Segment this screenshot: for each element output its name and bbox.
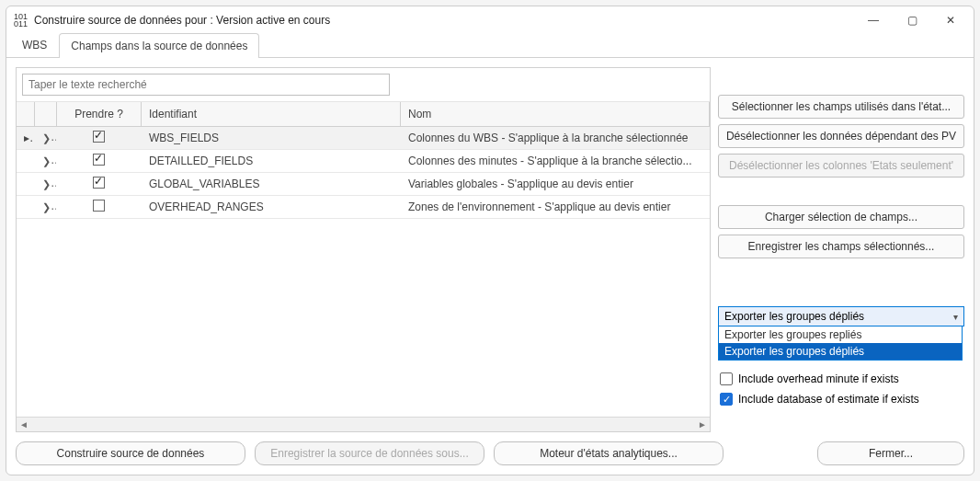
expand-toggle[interactable]: ❯ xyxy=(35,151,57,171)
table-row[interactable]: ❯ OVERHEAD_RANGES Zones de l'environneme… xyxy=(17,196,710,219)
chevron-right-icon: ❯ xyxy=(42,155,51,167)
save-selection-button[interactable]: Enregistrer les champs sélectionnés... xyxy=(718,235,964,258)
name-cell: Variables globales - S'applique au devis… xyxy=(401,174,710,194)
window-title: Construire source de données pour : Vers… xyxy=(34,14,863,27)
table-row[interactable]: ❯ GLOBAL_VARIABLES Variables globales - … xyxy=(17,173,710,196)
name-cell: Colonnes du WBS - S'applique à la branch… xyxy=(401,128,710,148)
checkbox-checked-icon: ✓ xyxy=(720,393,733,406)
app-window: 101011 Construire source de données pour… xyxy=(6,6,974,475)
name-cell: Zones de l'environnement - S'applique au… xyxy=(401,197,710,217)
dropdown-option[interactable]: Exporter les groupes dépliés xyxy=(719,343,962,360)
checkbox-icon xyxy=(93,154,105,166)
id-cell: OVERHEAD_RANGES xyxy=(142,197,401,217)
footer-bar: Construire source de données Enregistrer… xyxy=(6,436,974,475)
id-cell: GLOBAL_VARIABLES xyxy=(142,174,401,194)
horizontal-scrollbar[interactable]: ◄ ► xyxy=(17,417,710,431)
export-groups-dropdown: Exporter les groupes repliés Exporter le… xyxy=(718,326,963,361)
take-cell[interactable] xyxy=(57,150,142,172)
col-header-name[interactable]: Nom xyxy=(401,102,710,126)
deselect-pv-button[interactable]: Désélectionner les données dépendant des… xyxy=(718,124,964,148)
maximize-button[interactable]: ▢ xyxy=(902,12,922,29)
scroll-right-icon[interactable]: ► xyxy=(695,418,710,431)
content-area: Prendre ? Identifiant Nom ▸ ❯ WBS_FIELDS… xyxy=(6,58,974,436)
checkbox-icon xyxy=(720,372,733,385)
col-header-id[interactable]: Identifiant xyxy=(142,102,401,126)
row-indicator-icon xyxy=(17,203,35,211)
checkbox-icon xyxy=(93,131,105,143)
include-overhead-check[interactable]: Include overhead minute if exists xyxy=(718,372,964,385)
select-used-fields-button[interactable]: Sélectionner les champs utilisés dans l'… xyxy=(718,95,964,119)
take-cell[interactable] xyxy=(57,127,142,149)
export-groups-combo[interactable]: Exporter les groupes dépliés ▾ xyxy=(718,306,964,326)
row-indicator-icon: ▸ xyxy=(17,128,35,148)
row-indicator-icon xyxy=(17,180,35,188)
search-wrap xyxy=(17,68,710,102)
chevron-right-icon: ❯ xyxy=(42,201,51,213)
table-row[interactable]: ▸ ❯ WBS_FIELDS Colonnes du WBS - S'appli… xyxy=(17,127,710,150)
close-window-button[interactable]: ✕ xyxy=(940,12,961,29)
name-cell: Colonnes des minutes - S'applique à la b… xyxy=(401,151,710,171)
deselect-states-button[interactable]: Désélectionner les colonnes 'Etats seule… xyxy=(718,154,964,178)
chevron-right-icon: ❯ xyxy=(42,132,51,144)
take-cell[interactable] xyxy=(57,173,142,195)
col-expand-header xyxy=(35,102,57,126)
tab-wbs[interactable]: WBS xyxy=(10,32,59,57)
left-pane: Prendre ? Identifiant Nom ▸ ❯ WBS_FIELDS… xyxy=(16,67,711,432)
load-selection-button[interactable]: Charger sélection de champs... xyxy=(718,205,964,229)
id-cell: DETAILLED_FIELDS xyxy=(142,151,401,171)
grid-header: Prendre ? Identifiant Nom xyxy=(17,102,710,127)
scroll-left-icon[interactable]: ◄ xyxy=(17,418,31,431)
tab-bar: WBS Champs dans la source de données xyxy=(6,32,974,58)
right-pane: Sélectionner les champs utilisés dans l'… xyxy=(718,67,964,432)
checkbox-icon xyxy=(93,200,105,212)
tab-fields[interactable]: Champs dans la source de données xyxy=(59,33,259,58)
scroll-track[interactable] xyxy=(31,418,695,431)
save-source-as-button[interactable]: Enregistrer la source de données sous... xyxy=(255,441,484,465)
checkbox-icon xyxy=(93,177,105,189)
grid-body: ▸ ❯ WBS_FIELDS Colonnes du WBS - S'appli… xyxy=(17,127,710,417)
row-indicator-icon xyxy=(17,157,35,165)
minimize-button[interactable]: ― xyxy=(863,12,883,29)
table-row[interactable]: ❯ DETAILLED_FIELDS Colonnes des minutes … xyxy=(17,150,710,173)
close-button[interactable]: Fermer... xyxy=(817,441,964,465)
include-database-label: Include database of estimate if exists xyxy=(738,393,919,406)
app-icon: 101011 xyxy=(14,13,28,28)
dropdown-option[interactable]: Exporter les groupes repliés xyxy=(719,326,962,343)
export-combo-area: Exporter les groupes dépliés ▾ Exporter … xyxy=(718,306,964,326)
chevron-down-icon: ▾ xyxy=(953,312,958,322)
titlebar: 101011 Construire source de données pour… xyxy=(6,6,974,32)
build-source-button[interactable]: Construire source de données xyxy=(16,441,245,465)
col-indicator xyxy=(17,102,35,126)
chevron-right-icon: ❯ xyxy=(42,178,51,190)
expand-toggle[interactable]: ❯ xyxy=(35,128,57,148)
combo-selected-text: Exporter les groupes dépliés xyxy=(724,310,864,323)
id-cell: WBS_FIELDS xyxy=(142,128,401,148)
search-input[interactable] xyxy=(22,74,390,96)
col-header-take[interactable]: Prendre ? xyxy=(57,102,142,126)
include-database-check[interactable]: ✓ Include database of estimate if exists xyxy=(718,393,964,406)
analytics-engine-button[interactable]: Moteur d'états analytiques... xyxy=(494,441,724,465)
take-cell[interactable] xyxy=(57,196,142,218)
expand-toggle[interactable]: ❯ xyxy=(35,197,57,217)
expand-toggle[interactable]: ❯ xyxy=(35,174,57,194)
include-overhead-label: Include overhead minute if exists xyxy=(738,372,899,385)
window-controls: ― ▢ ✕ xyxy=(863,12,966,29)
